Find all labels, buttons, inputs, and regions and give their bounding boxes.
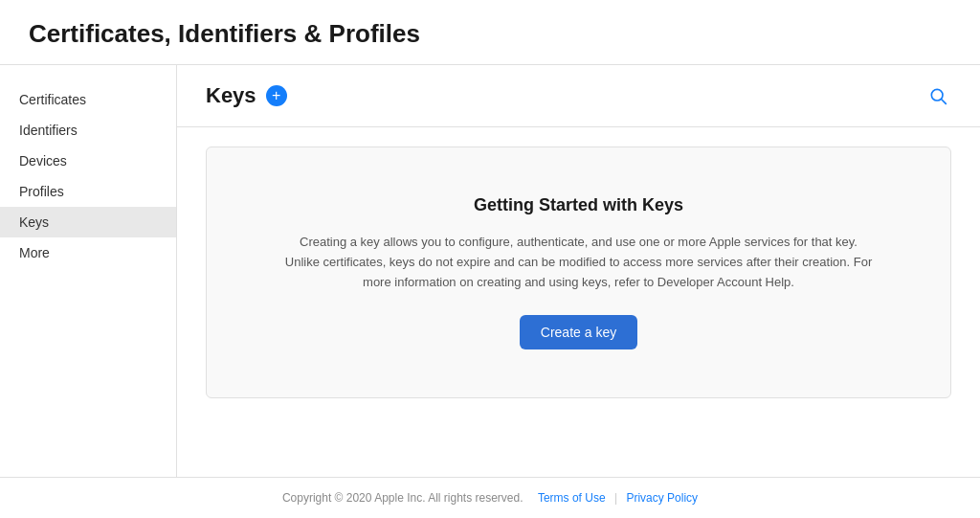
- sidebar-item-identifiers[interactable]: Identifiers: [0, 115, 176, 146]
- add-key-button[interactable]: +: [266, 85, 287, 106]
- search-icon: [928, 86, 947, 105]
- svg-line-1: [942, 100, 947, 104]
- sidebar-item-more[interactable]: More: [0, 237, 176, 268]
- content-title: Keys: [206, 83, 256, 108]
- page-header: Certificates, Identifiers & Profiles: [0, 0, 980, 65]
- content-area: Keys + Getting Started with Keys Creatin…: [177, 65, 980, 477]
- sidebar: Certificates Identifiers Devices Profile…: [0, 65, 177, 477]
- footer: Copyright © 2020 Apple Inc. All rights r…: [0, 477, 980, 518]
- sidebar-item-devices[interactable]: Devices: [0, 146, 176, 176]
- privacy-policy-link[interactable]: Privacy Policy: [626, 491, 698, 505]
- footer-separator-2: |: [614, 491, 617, 505]
- page-title: Certificates, Identifiers & Profiles: [29, 19, 951, 49]
- create-key-button[interactable]: Create a key: [520, 315, 637, 349]
- footer-copyright: Copyright © 2020 Apple Inc. All rights r…: [282, 491, 523, 505]
- sidebar-item-profiles[interactable]: Profiles: [0, 176, 176, 207]
- getting-started-card: Getting Started with Keys Creating a key…: [206, 146, 951, 398]
- main-layout: Certificates Identifiers Devices Profile…: [0, 65, 980, 477]
- card-description: Creating a key allows you to configure, …: [282, 233, 876, 292]
- content-header: Keys +: [177, 65, 980, 127]
- content-header-left: Keys +: [206, 83, 287, 108]
- sidebar-item-keys[interactable]: Keys: [0, 207, 176, 237]
- sidebar-item-certificates[interactable]: Certificates: [0, 84, 176, 115]
- search-button[interactable]: [924, 82, 951, 109]
- terms-of-use-link[interactable]: Terms of Use: [538, 491, 606, 505]
- card-title: Getting Started with Keys: [474, 195, 683, 215]
